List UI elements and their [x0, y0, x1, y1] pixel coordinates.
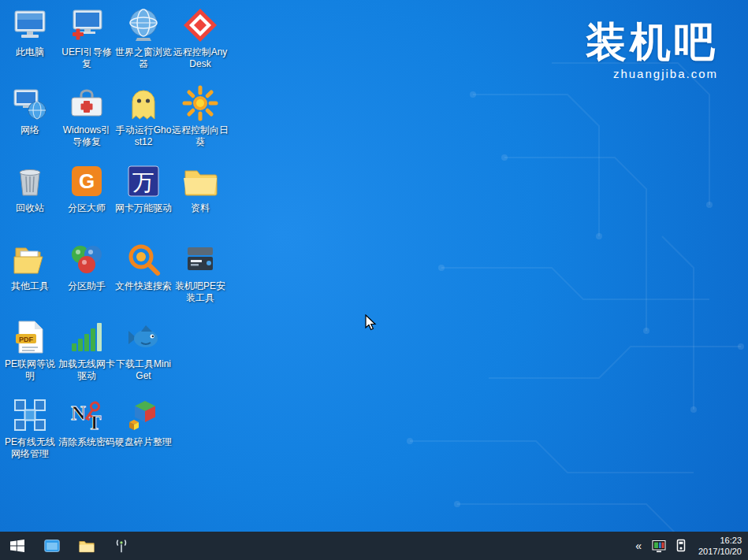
- desktop: 装机吧 zhuangjiba.com 此电脑UEFI引导修复世界之窗浏览器远程控…: [0, 0, 748, 560]
- desktop-icon-label: 远程控制AnyDesk: [172, 46, 229, 70]
- nt-password-icon: NT: [68, 396, 106, 434]
- desktop-icon-label: 分区助手: [58, 280, 115, 292]
- taskbar: « 16:23 2017/10/20: [0, 532, 748, 560]
- desktop-icon-sunflower[interactable]: 远程控制向日葵: [172, 84, 229, 148]
- svg-text:N: N: [71, 402, 86, 425]
- desktop-icon-partition-assistant[interactable]: 分区助手: [58, 240, 115, 292]
- brand-logo-subtitle: zhuangjiba.com: [586, 67, 718, 80]
- fish-downloader-icon: [125, 318, 162, 356]
- pe-network-manager-icon: [11, 396, 49, 434]
- desktop-icon-folder-open[interactable]: 其他工具: [2, 240, 58, 292]
- desktop-icon-label: 文件快速搜索: [115, 280, 172, 292]
- desktop-icon-label: 世界之窗浏览器: [115, 46, 172, 70]
- pe-installer-icon: [181, 240, 219, 278]
- desktop-icon-globe-browser[interactable]: 世界之窗浏览器: [115, 6, 172, 70]
- desktop-icon-file-search[interactable]: 文件快速搜索: [115, 240, 172, 292]
- anydesk-icon: [181, 6, 219, 44]
- wireless-antenna-icon: [113, 537, 130, 554]
- desktop-icon-uefi-repair[interactable]: UEFI引导修复: [58, 6, 115, 70]
- file-explorer-button[interactable]: [69, 532, 104, 560]
- desktop-icon-pe-network-manager[interactable]: PE有线无线网络管理: [2, 396, 58, 460]
- desktop-icon-pdf-doc[interactable]: PDFPE联网等说明: [2, 318, 58, 382]
- desktop-icon-label: 远程控制向日葵: [172, 124, 229, 148]
- ghost-icon: [125, 84, 162, 122]
- tray-expand-icon[interactable]: «: [632, 540, 645, 552]
- desktop-icon-label: 资料: [172, 202, 229, 214]
- desktop-icon-label: 手动运行Ghost12: [115, 124, 172, 148]
- desktop-icon-label: 此电脑: [2, 46, 58, 58]
- svg-text:G: G: [79, 169, 95, 193]
- windows-logo-icon: [9, 538, 25, 554]
- sunflower-icon: [181, 84, 219, 122]
- network-status-button[interactable]: [104, 532, 139, 560]
- show-desktop-button[interactable]: [35, 532, 69, 560]
- desktop-icon-fish-downloader[interactable]: 下载工具MiniGet: [115, 318, 172, 382]
- desktop-icon-label: 其他工具: [2, 280, 58, 292]
- folder-icon: [181, 162, 219, 200]
- desktop-icon-label: Widnows引导修复: [58, 124, 115, 148]
- svg-text:万: 万: [132, 170, 154, 195]
- desktop-icon-network[interactable]: 网络: [2, 84, 58, 136]
- svg-text:PDF: PDF: [19, 336, 34, 343]
- defrag-icon: [125, 396, 162, 434]
- desktop-icon-pe-installer[interactable]: 装机吧PE安装工具: [172, 240, 229, 304]
- brand-logo: 装机吧 zhuangjiba.com: [586, 20, 718, 80]
- desktop-icon-defrag[interactable]: 硬盘碎片整理: [115, 396, 172, 448]
- network-icon: [11, 84, 49, 122]
- clock-date: 2017/10/20: [698, 546, 742, 557]
- desktop-icon-recycle-bin[interactable]: 回收站: [2, 162, 58, 214]
- toolbox-repair-icon: [68, 84, 106, 122]
- taskbar-buttons: [0, 532, 139, 560]
- globe-browser-icon: [125, 6, 162, 44]
- clock[interactable]: 16:23 2017/10/20: [695, 535, 742, 558]
- desktop-icon-label: PE有线无线网络管理: [2, 436, 58, 460]
- folder-open-icon: [11, 240, 49, 278]
- desktop-icon-diskgenius[interactable]: G分区大师: [58, 162, 115, 214]
- desktop-icon-label: 硬盘碎片整理: [115, 436, 172, 448]
- desktop-icon-folder[interactable]: 资料: [172, 162, 229, 214]
- mouse-cursor: [365, 314, 378, 332]
- desktop-icon-label: 加载无线网卡驱动: [58, 358, 115, 382]
- blue-window-icon: [43, 537, 61, 554]
- file-search-icon: [125, 240, 162, 278]
- wan-driver-icon: 万: [125, 162, 162, 200]
- desktop-icon-wifi-driver[interactable]: 加载无线网卡驱动: [58, 318, 115, 382]
- system-tray: « 16:23 2017/10/20: [632, 535, 748, 558]
- display-settings-tray[interactable]: [651, 538, 667, 554]
- pdf-doc-icon: PDF: [11, 318, 49, 356]
- desktop-icon-wan-driver[interactable]: 万网卡万能驱动: [115, 162, 172, 214]
- computer-icon: [11, 6, 49, 44]
- desktop-icon-label: 网络: [2, 124, 58, 136]
- partition-assistant-icon: [68, 240, 106, 278]
- tray-icon-group: [651, 538, 689, 554]
- desktop-icon-ghost[interactable]: 手动运行Ghost12: [115, 84, 172, 148]
- desktop-icon-label: 回收站: [2, 202, 58, 214]
- desktop-icon-label: 下载工具MiniGet: [115, 358, 172, 382]
- folder-small-icon: [78, 537, 95, 554]
- desktop-icon-nt-password[interactable]: NT清除系统密码: [58, 396, 115, 448]
- wifi-driver-icon: [68, 318, 106, 356]
- desktop-icon-label: UEFI引导修复: [58, 46, 115, 70]
- desktop-icon-label: 网卡万能驱动: [115, 202, 172, 214]
- desktop-icon-anydesk[interactable]: 远程控制AnyDesk: [172, 6, 229, 70]
- diskgenius-icon: G: [68, 162, 106, 200]
- uefi-repair-icon: [68, 6, 106, 44]
- brand-logo-title: 装机吧: [586, 20, 718, 64]
- start-button[interactable]: [0, 532, 35, 560]
- desktop-icon-toolbox-repair[interactable]: Widnows引导修复: [58, 84, 115, 148]
- recycle-bin-icon: [11, 162, 49, 200]
- desktop-icon-computer[interactable]: 此电脑: [2, 6, 58, 58]
- desktop-icon-label: 清除系统密码: [58, 436, 115, 448]
- clock-time: 16:23: [698, 535, 742, 546]
- desktop-icon-label: PE联网等说明: [2, 358, 58, 382]
- desktop-icon-label: 装机吧PE安装工具: [172, 280, 229, 304]
- desktop-icon-label: 分区大师: [58, 202, 115, 214]
- hardware-device-tray[interactable]: [673, 538, 689, 554]
